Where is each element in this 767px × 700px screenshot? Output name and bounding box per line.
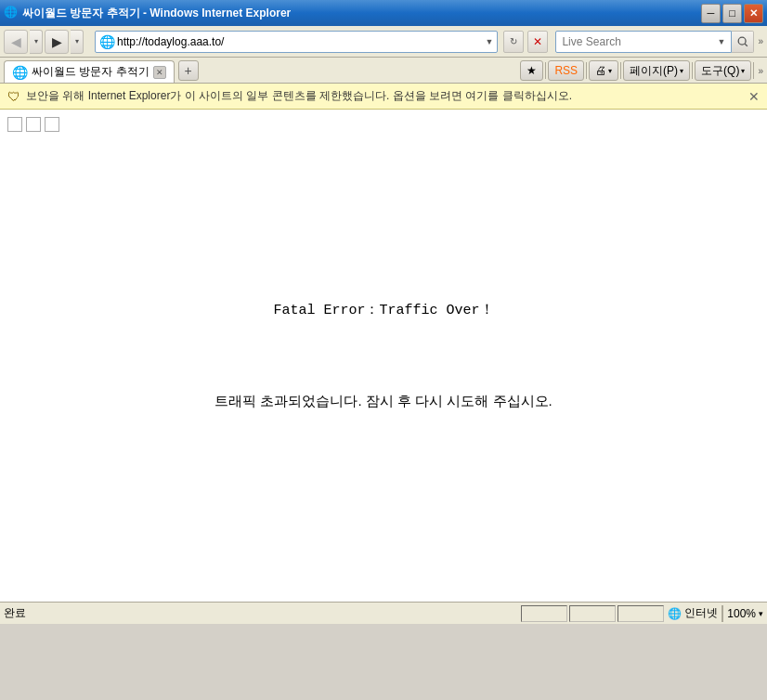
status-sep (722, 605, 723, 622)
tab-icon: 🌐 (12, 65, 28, 80)
zoom-dropdown-icon[interactable]: ▾ (759, 609, 763, 618)
refresh-icon: ↻ (510, 36, 517, 46)
search-button[interactable] (732, 31, 754, 53)
zone-label: 인터넷 (684, 605, 718, 621)
small-icon-1 (7, 117, 22, 132)
toolbar-sep4 (692, 62, 693, 79)
zoom-info: 100% ▾ (727, 607, 763, 620)
search-bar: ▼ (555, 31, 754, 53)
address-icon: 🌐 (99, 34, 115, 49)
search-dropdown-icon[interactable]: ▼ (718, 37, 726, 46)
print-icon: 🖨 (595, 64, 606, 77)
toolbar-sep1 (545, 62, 546, 79)
search-input[interactable] (562, 35, 717, 48)
address-input-wrap[interactable]: 🌐 ▼ (95, 31, 498, 53)
search-icon (736, 35, 749, 48)
zoom-text: 100% (727, 607, 756, 620)
security-bar-text[interactable]: 보안을 위해 Internet Explorer가 이 사이트의 일부 콘텐츠를… (26, 88, 743, 104)
stop-button[interactable]: ✕ (527, 31, 548, 53)
small-icon-2 (26, 117, 41, 132)
address-dropdown[interactable]: ▼ (486, 37, 494, 46)
status-pane-3 (618, 605, 664, 622)
zone-info: 🌐 인터넷 (668, 605, 718, 621)
tabs-extend[interactable]: » (758, 66, 763, 76)
address-input[interactable] (117, 35, 484, 48)
content-area: Fatal Error：Traffic Over！ 트래픽 초과되었습니다. 잠… (0, 110, 767, 602)
window-controls: ─ □ ✕ (701, 4, 763, 23)
error-title: Fatal Error：Traffic Over！ (273, 301, 493, 318)
stop-icon: ✕ (533, 35, 542, 48)
zone-icon: 🌐 (668, 607, 682, 620)
error-message: 트래픽 초과되었습니다. 잠시 후 다시 시도해 주십시오. (214, 393, 552, 410)
svg-point-0 (738, 37, 746, 45)
tabs-right-buttons: ★ RSS 🖨 ▾ 페이지(P) ▾ 도구(Q) ▾ (520, 60, 763, 81)
status-right: 🌐 인터넷 100% ▾ (668, 605, 763, 622)
status-center-panes (521, 605, 664, 622)
forward-button[interactable]: ▶ (45, 30, 69, 54)
status-bar: 완료 🌐 인터넷 100% ▾ (0, 602, 767, 624)
toolbar: ◀ ▾ ▶ ▾ 🌐 ▼ ↻ ✕ ▼ » (0, 26, 767, 58)
toolbar-sep3 (620, 62, 621, 79)
toolbar-extend[interactable]: » (758, 36, 763, 46)
forward-dropdown[interactable]: ▾ (71, 30, 84, 54)
search-input-wrap: ▼ (555, 31, 732, 53)
tab-close-button[interactable]: ✕ (153, 66, 166, 79)
favorites-button[interactable]: ★ (520, 60, 543, 81)
toolbar-sep5 (753, 62, 754, 79)
address-bar: 🌐 ▼ (95, 31, 498, 53)
tools-label: 도구(Q) (701, 63, 739, 79)
page-label: 페이지(P) (630, 63, 678, 79)
new-tab-button[interactable]: + (178, 60, 199, 81)
rss-icon: RSS (554, 64, 578, 77)
title-bar: 🌐 싸이월드 방문자 추적기 - Windows Internet Explor… (0, 0, 767, 26)
security-bar: 🛡 보안을 위해 Internet Explorer가 이 사이트의 일부 콘텐… (0, 84, 767, 110)
window-icon: 🌐 (4, 6, 19, 20)
back-dropdown[interactable]: ▾ (30, 30, 43, 54)
toolbar-sep2 (586, 62, 587, 79)
security-bar-close[interactable]: ✕ (748, 89, 760, 104)
small-icons-bar (7, 117, 59, 132)
security-icon: 🛡 (7, 89, 20, 104)
back-icon: ◀ (11, 34, 21, 49)
tab-label: 싸이월드 방문자 추적기 (32, 64, 150, 80)
rss-button[interactable]: RSS (548, 60, 584, 81)
page-button[interactable]: 페이지(P) ▾ (623, 60, 690, 81)
star-icon: ★ (526, 64, 537, 77)
page-dropdown[interactable]: ▾ (680, 67, 683, 75)
small-icon-3 (45, 117, 59, 132)
status-pane-1 (521, 605, 567, 622)
tools-dropdown[interactable]: ▾ (741, 67, 745, 75)
status-pane-2 (569, 605, 616, 622)
print-dropdown[interactable]: ▾ (608, 67, 612, 75)
active-tab[interactable]: 🌐 싸이월드 방문자 추적기 ✕ (4, 60, 175, 83)
close-button[interactable]: ✕ (744, 4, 763, 23)
refresh-button[interactable]: ↻ (503, 31, 524, 53)
minimize-button[interactable]: ─ (701, 4, 721, 23)
forward-icon: ▶ (52, 34, 62, 49)
tools-button[interactable]: 도구(Q) ▾ (695, 60, 751, 81)
svg-line-1 (745, 44, 748, 46)
tabs-bar: 🌐 싸이월드 방문자 추적기 ✕ + ★ RSS 🖨 ▾ (0, 58, 767, 84)
status-done-text: 완료 (4, 605, 517, 621)
print-button[interactable]: 🖨 ▾ (589, 60, 618, 81)
window-title: 싸이월드 방문자 추적기 - Windows Internet Explorer (22, 6, 701, 21)
back-button[interactable]: ◀ (4, 30, 28, 54)
restore-button[interactable]: □ (722, 4, 742, 23)
